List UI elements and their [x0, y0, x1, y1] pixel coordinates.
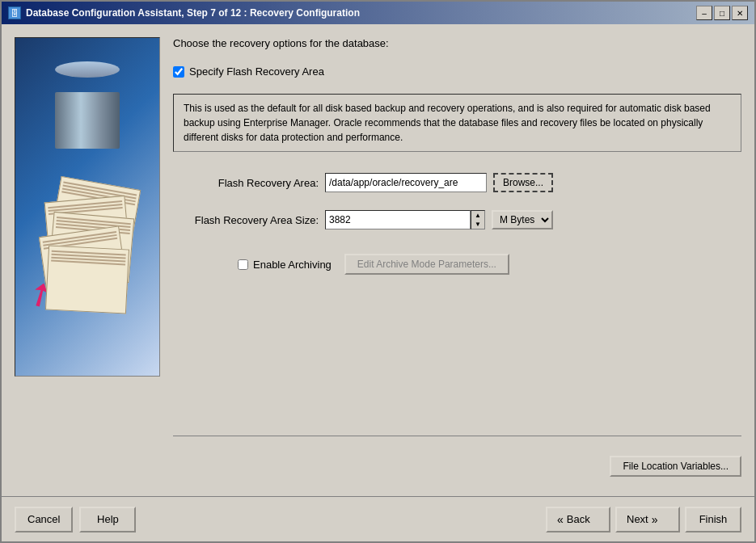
- finish-button[interactable]: Finish: [685, 507, 741, 532]
- next-label: Next: [627, 513, 648, 525]
- back-arrow-icon: «: [557, 513, 564, 526]
- flash-recovery-size-row: Flash Recovery Area Size: ▲ ▼ M Bytes G …: [173, 210, 741, 229]
- flash-recovery-area-input[interactable]: [325, 173, 487, 192]
- maximize-button[interactable]: □: [714, 6, 730, 20]
- illustration-art: ➚: [23, 53, 152, 360]
- cylinder-top: [55, 61, 120, 78]
- spacer: [173, 284, 741, 419]
- archiving-row: Enable Archiving Edit Archive Mode Param…: [173, 254, 741, 275]
- spinner-up-button[interactable]: ▲: [471, 211, 484, 220]
- browse-button[interactable]: Browse...: [493, 173, 553, 192]
- back-button[interactable]: « Back: [546, 507, 610, 532]
- minimize-button[interactable]: –: [696, 6, 712, 20]
- flash-recovery-area-label: Flash Recovery Area:: [173, 177, 319, 189]
- spinner-down-button[interactable]: ▼: [471, 220, 484, 229]
- illustration-panel: ➚: [15, 37, 160, 377]
- title-bar: 🗄 Database Configuration Assistant, Step…: [2, 2, 754, 24]
- main-section: ➚: [15, 37, 741, 483]
- enable-archiving-label: Enable Archiving: [253, 259, 332, 271]
- flash-recovery-area-row: Flash Recovery Area: Browse...: [173, 173, 741, 192]
- next-button[interactable]: Next »: [615, 507, 680, 532]
- specify-flash-label: Specify Flash Recovery Area: [189, 65, 324, 78]
- help-button[interactable]: Help: [79, 507, 136, 532]
- title-bar-left: 🗄 Database Configuration Assistant, Step…: [8, 6, 360, 19]
- cylinder-body: [55, 92, 120, 149]
- unit-select[interactable]: M Bytes G Bytes: [492, 210, 553, 229]
- flash-recovery-size-label: Flash Recovery Area Size:: [173, 214, 319, 226]
- size-spinner: ▲ ▼: [471, 210, 485, 229]
- size-input-group: ▲ ▼: [325, 210, 485, 229]
- specify-flash-checkbox[interactable]: [173, 66, 184, 78]
- app-icon: 🗄: [8, 6, 21, 19]
- separator-line: [173, 436, 741, 436]
- nav-bar: Cancel Help « Back Next » Finish: [2, 496, 754, 541]
- main-window: 🗄 Database Configuration Assistant, Step…: [0, 0, 756, 543]
- file-location-btn-area: File Location Variables...: [173, 452, 741, 483]
- close-button[interactable]: ✕: [732, 6, 748, 20]
- edit-archive-mode-button[interactable]: Edit Archive Mode Parameters...: [344, 254, 509, 275]
- nav-left-buttons: Cancel Help: [15, 507, 136, 532]
- enable-archiving-checkbox[interactable]: [238, 259, 248, 270]
- flash-recovery-size-input[interactable]: [325, 210, 471, 229]
- instruction-text: Choose the recovery options for the data…: [173, 37, 741, 49]
- paper-5: [45, 245, 129, 314]
- cylinder-icon: [55, 61, 120, 134]
- right-panel: Choose the recovery options for the data…: [173, 37, 741, 483]
- window-title: Database Configuration Assistant, Step 7…: [26, 7, 360, 19]
- content-area: ➚: [2, 24, 754, 496]
- cancel-button[interactable]: Cancel: [15, 507, 73, 532]
- title-buttons: – □ ✕: [696, 6, 748, 20]
- nav-right-buttons: « Back Next » Finish: [546, 507, 741, 532]
- next-arrow-icon: »: [652, 513, 658, 526]
- specify-flash-checkbox-row: Specify Flash Recovery Area: [173, 65, 741, 78]
- paper-pile: [31, 166, 144, 328]
- description-text: This is used as the default for all disk…: [173, 94, 741, 152]
- back-label: Back: [567, 513, 590, 525]
- file-location-variables-button[interactable]: File Location Variables...: [610, 456, 741, 477]
